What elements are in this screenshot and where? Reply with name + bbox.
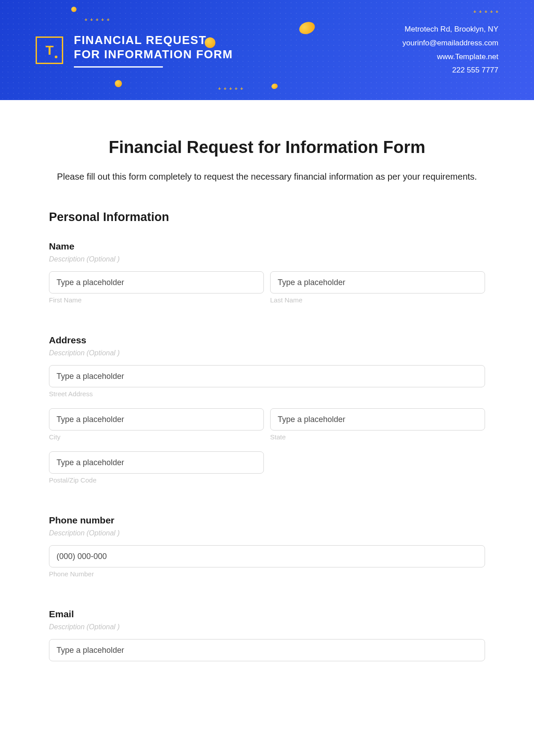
coin-icon (271, 83, 279, 89)
decoration-plus-row: +++++ (85, 17, 109, 22)
field-group-address: Address Description (Optional ) Street A… (49, 335, 485, 492)
state-input[interactable] (270, 408, 485, 430)
first-name-sublabel: First Name (49, 296, 264, 304)
contact-phone: 222 555 7777 (402, 64, 498, 77)
page-title: Financial Request for Information Form (49, 138, 485, 157)
contact-email: yourinfo@emailaddress.com (402, 36, 498, 50)
logo-letter: T (45, 43, 53, 58)
phone-sublabel: Phone Number (49, 570, 485, 578)
decoration-plus-row: +++++ (473, 9, 498, 14)
last-name-input[interactable] (270, 271, 485, 294)
phone-desc: Description (Optional ) (49, 529, 485, 537)
zip-input[interactable] (49, 451, 264, 474)
street-address-input[interactable] (49, 365, 485, 387)
section-personal-heading: Personal Information (49, 210, 485, 224)
city-sublabel: City (49, 433, 264, 441)
field-group-name: Name Description (Optional ) First Name … (49, 241, 485, 312)
logo-dot-icon (55, 56, 57, 58)
phone-input[interactable] (49, 545, 485, 567)
street-address-sublabel: Street Address (49, 390, 485, 398)
decoration-plus-row: +++++ (218, 86, 243, 91)
phone-label: Phone number (49, 515, 485, 526)
logo: T (36, 36, 63, 64)
main-content: Financial Request for Information Form P… (0, 100, 534, 702)
first-name-input[interactable] (49, 271, 264, 294)
contact-web: www.Template.net (402, 50, 498, 64)
address-desc: Description (Optional ) (49, 349, 485, 357)
email-desc: Description (Optional ) (49, 623, 485, 631)
page-intro: Please fill out this form completely to … (49, 169, 485, 184)
banner-contact-info: Metrotech Rd, Brooklyn, NY yourinfo@emai… (402, 23, 498, 77)
banner-title-block: FINANCIAL REQUEST FOR INFORMATION FORM (74, 33, 233, 68)
email-input[interactable] (49, 639, 485, 661)
address-label: Address (49, 335, 485, 346)
coin-icon (115, 80, 122, 87)
banner-title-line1: FINANCIAL REQUEST (74, 33, 233, 48)
zip-sublabel: Postal/Zip Code (49, 476, 264, 484)
state-sublabel: State (270, 433, 485, 441)
name-desc: Description (Optional ) (49, 255, 485, 263)
header-banner: +++++ +++++ +++++ T FINANCIAL REQUEST FO… (0, 0, 534, 100)
banner-title-line2: FOR INFORMATION FORM (74, 47, 233, 62)
field-group-email: Email Description (Optional ) (49, 609, 485, 661)
email-label: Email (49, 609, 485, 619)
field-group-phone: Phone number Description (Optional ) Pho… (49, 515, 485, 586)
name-label: Name (49, 241, 485, 252)
banner-underline (74, 66, 163, 68)
coin-icon (298, 20, 317, 36)
coin-icon (71, 7, 77, 12)
city-input[interactable] (49, 408, 264, 430)
last-name-sublabel: Last Name (270, 296, 485, 304)
contact-address: Metrotech Rd, Brooklyn, NY (402, 23, 498, 36)
